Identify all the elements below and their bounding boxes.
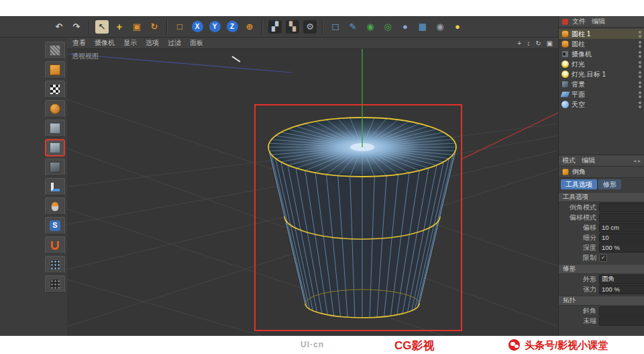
cube-orange-tool-button[interactable]	[45, 61, 65, 79]
checker-flag-tool-button[interactable]	[45, 81, 65, 98]
toggle-view-icon[interactable]: ▣	[547, 40, 553, 47]
visibility-dot[interactable]	[639, 75, 641, 78]
object-item[interactable]: 灯光.目标 1	[559, 69, 644, 79]
visibility-dots[interactable]	[639, 41, 641, 48]
om-menu-item-2[interactable]: 编辑	[592, 17, 605, 26]
om-menu-item-1[interactable]: 文件	[572, 17, 586, 26]
live-selection-button[interactable]: ↖	[94, 19, 110, 35]
visibility-dots[interactable]	[639, 81, 641, 88]
rotate-view-icon[interactable]: ↻	[535, 40, 541, 47]
visibility-dots[interactable]	[639, 51, 641, 58]
rotate-tool-button[interactable]: ↻	[146, 19, 162, 35]
pan-view-icon[interactable]: +	[517, 40, 521, 47]
instance-grid-button[interactable]: ▦	[415, 19, 431, 35]
am-menu-item-1[interactable]: 模式	[562, 156, 576, 165]
object-item[interactable]: 摄像机	[559, 49, 644, 59]
viewport-menu-item-2[interactable]: 摄像机	[95, 38, 115, 48]
magnet-tool-button[interactable]	[45, 236, 65, 254]
viewport-menu-item-5[interactable]: 过滤	[168, 38, 181, 48]
visibility-dot[interactable]	[639, 71, 641, 74]
visibility-dot[interactable]	[639, 35, 641, 38]
object-item[interactable]: 灯光	[559, 59, 644, 69]
visibility-dot[interactable]	[639, 65, 641, 68]
s-badge-tool-button[interactable]: S	[45, 217, 65, 234]
mouse-tool-button[interactable]	[45, 197, 65, 215]
zoom-view-icon[interactable]: ↕	[527, 40, 530, 47]
render-view-button[interactable]: ▞	[267, 19, 283, 35]
tab-active[interactable]: 工具选项	[561, 179, 597, 189]
render-picture-viewer-button[interactable]: ▚	[284, 19, 301, 35]
visibility-dot[interactable]	[639, 85, 641, 88]
z-axis-lock-button[interactable]: Z	[224, 19, 240, 35]
undo-button[interactable]: ↶	[51, 19, 67, 35]
visibility-dots[interactable]	[639, 91, 641, 98]
visibility-dot[interactable]	[639, 45, 641, 48]
object-item[interactable]: 平面	[559, 89, 644, 99]
viewport-scene[interactable]	[67, 38, 558, 336]
noise-material-tool-button[interactable]	[45, 42, 65, 59]
cube-gray-tool-button[interactable]	[45, 120, 65, 137]
visibility-dot[interactable]	[639, 55, 641, 58]
add-cube-primitive-button[interactable]: □	[327, 19, 343, 35]
move-tool-button[interactable]: +	[111, 19, 127, 35]
attr-dropdown[interactable]: ▾	[599, 316, 644, 326]
viewport-menu-item-4[interactable]: 选项	[146, 38, 159, 48]
attr-dropdown[interactable]: ▾	[599, 306, 644, 316]
object-item[interactable]: 圆柱	[559, 39, 644, 49]
group-header[interactable]: 拓扑	[559, 296, 644, 306]
visibility-dots[interactable]	[639, 61, 641, 68]
ruler-tool-button[interactable]	[45, 178, 65, 195]
cylinder-object[interactable]	[268, 118, 456, 318]
subdivision-surface-button[interactable]: ◉	[362, 19, 378, 35]
visibility-dot[interactable]	[639, 51, 641, 54]
bevel-cube-tool-button[interactable]	[45, 139, 65, 157]
attr-dropdown[interactable]: ▾	[599, 213, 644, 222]
visibility-dot[interactable]	[639, 41, 641, 44]
history-arrows[interactable]: ◂▸	[633, 158, 641, 164]
dot-grid-blue-tool-button[interactable]	[45, 256, 65, 273]
group-header[interactable]: 工具选项	[559, 192, 644, 202]
last-used-tool-button[interactable]: □	[172, 19, 188, 35]
attr-checkbox[interactable]: ✓	[599, 254, 607, 262]
viewport-menu-item-6[interactable]: 面板	[190, 38, 203, 48]
metaball-button[interactable]: ●	[397, 19, 413, 35]
generator-array-button[interactable]: ◎	[380, 19, 396, 35]
pen-spline-button[interactable]: ✎	[345, 19, 361, 35]
attr-dropdown[interactable]: ▾	[599, 203, 644, 212]
light-button[interactable]: ●	[449, 19, 466, 35]
visibility-dots[interactable]	[639, 31, 641, 38]
attr-number-input[interactable]: 100 %↕	[599, 285, 644, 294]
object-item[interactable]: 圆柱 1	[559, 29, 644, 39]
am-menu-item-2[interactable]: 编辑	[582, 156, 595, 165]
object-item[interactable]: 背景	[559, 79, 644, 89]
scale-tool-button[interactable]: ▣	[129, 19, 145, 35]
visibility-dot[interactable]	[639, 31, 641, 34]
y-axis-lock-button[interactable]: Y	[207, 19, 223, 35]
attr-dropdown[interactable]: 圆角▾	[599, 275, 644, 284]
active-tool-row[interactable]: 倒角	[559, 167, 644, 178]
attr-number-input[interactable]: 10↕	[599, 233, 644, 242]
attr-number-input[interactable]: 10 cm↕	[599, 223, 644, 232]
dot-grid-dark-tool-button[interactable]	[45, 275, 65, 293]
coordinate-system-button[interactable]: ⊕	[241, 19, 258, 35]
visibility-dots[interactable]	[639, 71, 641, 78]
visibility-dot[interactable]	[639, 91, 641, 94]
visibility-dot[interactable]	[639, 101, 641, 104]
sphere-orange-tool-button[interactable]	[45, 100, 65, 118]
visibility-dots[interactable]	[639, 101, 641, 108]
camera-button[interactable]: ◉	[432, 19, 448, 35]
viewport-menu-item-1[interactable]: 查看	[72, 38, 86, 48]
visibility-dot[interactable]	[639, 95, 641, 98]
attr-number-input[interactable]: 100 %↕	[599, 243, 644, 253]
viewport-menu-item-3[interactable]: 显示	[123, 38, 137, 48]
group-header[interactable]: 修形	[559, 264, 644, 274]
object-item[interactable]: 天空	[559, 99, 644, 109]
prev-icon[interactable]: ◂	[633, 158, 636, 164]
cube-dark-tool-button[interactable]	[45, 159, 65, 176]
visibility-dot[interactable]	[639, 61, 641, 64]
visibility-dot[interactable]	[639, 81, 641, 84]
x-axis-lock-button[interactable]: X	[189, 19, 205, 35]
tab-inactive[interactable]: 修形	[598, 179, 621, 189]
next-icon[interactable]: ▸	[638, 158, 641, 164]
render-settings-button[interactable]: ⚙	[302, 19, 318, 35]
